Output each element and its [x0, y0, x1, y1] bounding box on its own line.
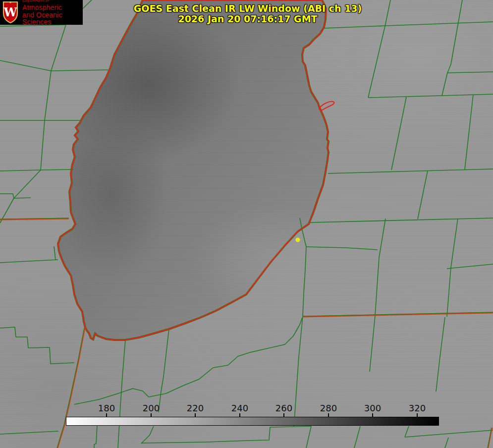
colorbar-tick [106, 413, 107, 417]
colorbar-tick [239, 413, 240, 417]
logo-line1: Atmospheric [22, 4, 83, 11]
county-line [368, 0, 390, 98]
colorbar-label: 180 [98, 403, 115, 413]
county-line [447, 264, 493, 269]
county-line [306, 247, 378, 250]
title-line1: GOES East Clean IR LW Window (ABI ch 13) [134, 3, 362, 14]
county-line [405, 430, 493, 437]
colorbar-label: 280 [320, 403, 337, 413]
county-line [370, 316, 375, 372]
county-line [391, 97, 406, 170]
state-line-green-overlay [303, 312, 493, 316]
logo-text: Department of Atmospheric and Oceanic Sc… [22, 0, 83, 25]
station-marker-dot [296, 238, 300, 242]
uw-aos-logo: W Department of Atmospheric and Oceanic … [0, 0, 83, 25]
county-line [0, 260, 58, 263]
satellite-map [0, 0, 493, 448]
colorbar-label: 200 [143, 403, 160, 413]
county-line [354, 426, 360, 448]
colorbar-tick [195, 413, 196, 417]
county-line [375, 219, 385, 316]
county-line [118, 340, 125, 448]
county-line [368, 94, 493, 98]
county-line [0, 327, 74, 364]
county-line [54, 246, 55, 260]
county-line [0, 431, 58, 434]
county-line [141, 426, 311, 448]
temperature-colorbar [66, 417, 439, 426]
county-line [94, 425, 97, 448]
harbor-loop [319, 102, 334, 111]
colorbar-tick [417, 413, 418, 417]
county-line [0, 169, 73, 171]
county-line [159, 329, 169, 412]
colorbar-tick [151, 413, 152, 417]
county-line [447, 72, 493, 73]
state-line [303, 313, 493, 317]
state-line-green-overlay [57, 328, 84, 448]
county-line [0, 194, 31, 198]
county-line [141, 426, 154, 444]
colorbar-label: 240 [231, 403, 248, 413]
image-title: GOES East Clean IR LW Window (ABI ch 13)… [134, 3, 362, 24]
colorbar-tick [328, 413, 329, 417]
colorbar-label: 300 [364, 403, 381, 413]
colorbar-label: 260 [275, 403, 292, 413]
uw-crest-icon: W [1, 1, 19, 24]
county-line [0, 25, 66, 223]
county-line [436, 317, 445, 392]
crest-letter: W [3, 5, 18, 19]
title-line2: 2026 Jan 20 07:16:17 GMT [134, 14, 362, 24]
county-line [405, 426, 409, 437]
colorbar-label: 220 [187, 403, 204, 413]
county-line [445, 438, 448, 448]
county-line [418, 171, 428, 219]
logo-dept-line: Department of [22, 0, 83, 3]
county-line [294, 218, 306, 426]
logo-line2: and Oceanic Sciences [22, 11, 83, 25]
county-line [465, 95, 473, 169]
satellite-image-viewer: W Department of Atmospheric and Oceanic … [0, 0, 493, 448]
county-line [328, 169, 493, 173]
colorbar-tick [372, 413, 373, 417]
county-line [442, 0, 462, 96]
colorbar-label: 320 [409, 403, 426, 413]
colorbar-tick [283, 413, 284, 417]
county-line [310, 218, 493, 223]
